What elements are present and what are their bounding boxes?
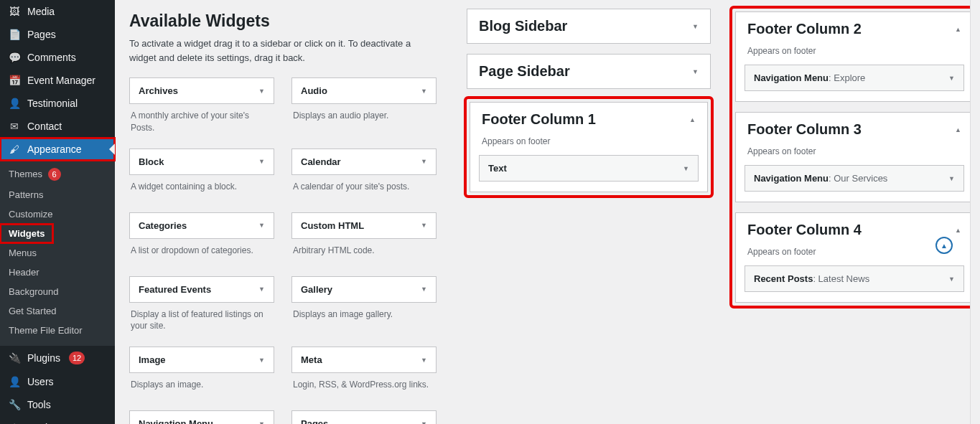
widget-name: Archives (139, 85, 178, 96)
menu-contact[interactable]: ✉ Contact (0, 115, 115, 138)
update-badge: 12 (69, 352, 85, 364)
widget-name: Audio (301, 85, 327, 96)
menu-label: Media (27, 6, 55, 17)
submenu-customize[interactable]: Customize (0, 204, 115, 224)
chevron-icon: ▼ (692, 68, 699, 75)
area-widgets: Navigation Menu: Our Services ▼ (736, 165, 970, 202)
widget-pages[interactable]: Pages ▼ (291, 410, 437, 424)
widget-block[interactable]: Block ▼ (129, 149, 274, 175)
chevron-icon: ▲ (955, 126, 961, 133)
chevron-down-icon: ▼ (948, 75, 955, 82)
scroll-top-button[interactable]: ▲ (935, 237, 953, 254)
menu-icon: 👤 (7, 376, 22, 387)
widget-categories[interactable]: Categories ▼ (129, 212, 274, 239)
admin-sidebar: 🖼 Media📄 Pages💬 Comments📅 Event Manager👤… (0, 0, 115, 424)
area-toggle[interactable]: Footer Column 4 ▲ (736, 213, 970, 247)
widget-name: Calendar (301, 156, 341, 167)
submenu-menus[interactable]: Menus (0, 243, 115, 263)
update-badge: 6 (48, 168, 61, 181)
menu-tools[interactable]: 🔧 Tools (0, 393, 115, 416)
widget-description: Display a list of featured listings on y… (129, 303, 274, 340)
scrollbar-gutter[interactable] (970, 0, 980, 424)
area-toggle[interactable]: Page Sidebar ▼ (467, 55, 710, 88)
chevron-down-icon: ▼ (258, 357, 265, 364)
widget-description: Displays an audio player. (291, 104, 437, 134)
chevron-down-icon: ▼ (421, 158, 427, 165)
submenu-themes[interactable]: Themes 6 (0, 164, 115, 185)
placed-widget[interactable]: Recent Posts: Latest News ▼ (745, 265, 964, 292)
widget-archives[interactable]: Archives ▼ (129, 77, 274, 104)
widget-name: Navigation Menu (139, 418, 213, 424)
placed-widget[interactable]: Navigation Menu: Our Services ▼ (745, 165, 964, 192)
widget-description: Arbitrary HTML code. (291, 239, 437, 269)
chevron-down-icon: ▼ (421, 420, 427, 424)
widget-audio[interactable]: Audio ▼ (291, 77, 437, 104)
chevron-icon: ▲ (689, 116, 696, 123)
menu-testimonial[interactable]: 👤 Testimonial (0, 92, 115, 115)
menu-label: Event Manager (27, 75, 95, 86)
placed-widget[interactable]: Navigation Menu: Explore ▼ (745, 65, 964, 91)
area-widgets: Navigation Menu: Explore ▼ (736, 65, 970, 101)
placed-widget-suffix: : Explore (829, 72, 865, 83)
area-widgets: Text ▼ (470, 155, 707, 192)
chevron-down-icon: ▼ (948, 275, 955, 283)
area-toggle[interactable]: Blog Sidebar ▼ (467, 9, 710, 43)
widget-area-footer-column-1: Footer Column 1 ▲ Appears on footer Text… (470, 102, 708, 192)
chevron-down-icon: ▼ (421, 222, 427, 229)
widget-meta[interactable]: Meta ▼ (291, 347, 437, 373)
submenu-patterns[interactable]: Patterns (0, 185, 115, 204)
submenu-background[interactable]: Background (0, 282, 115, 301)
menu-comments[interactable]: 💬 Comments (0, 46, 115, 69)
area-title: Footer Column 3 (747, 121, 862, 138)
widget-areas-right: Footer Column 2 ▲ Appears on footer Navi… (735, 11, 970, 303)
widget-image[interactable]: Image ▼ (129, 347, 274, 373)
placed-widget[interactable]: Text ▼ (479, 155, 699, 182)
widget-calendar[interactable]: Calendar ▼ (291, 149, 437, 175)
menu-label: Users (27, 376, 54, 387)
widget-name: Gallery (301, 284, 332, 295)
menu-icon: 🔌 (7, 352, 22, 364)
menu-settings[interactable]: ⚙ Settings (0, 416, 115, 424)
widget-custom-html[interactable]: Custom HTML ▼ (291, 212, 437, 239)
widget-gallery[interactable]: Gallery ▼ (291, 276, 437, 303)
menu-event-manager[interactable]: 📅 Event Manager (0, 69, 115, 92)
menu-label: Testimonial (27, 98, 78, 109)
placed-widget-suffix: : Our Services (829, 173, 887, 184)
menu-appearance[interactable]: 🖌 Appearance (0, 138, 115, 161)
menu-plugins[interactable]: 🔌 Plugins12 (0, 346, 115, 370)
area-toggle[interactable]: Footer Column 2 ▲ (736, 12, 970, 46)
chevron-down-icon: ▼ (258, 286, 265, 293)
chevron-down-icon: ▼ (421, 357, 427, 364)
chevron-icon: ▲ (955, 26, 961, 33)
menu-label: Plugins (27, 352, 60, 364)
menu-label: Pages (27, 29, 56, 40)
widget-name: Block (139, 156, 164, 167)
submenu-widgets[interactable]: Widgets (0, 224, 53, 243)
area-description: Appears on footer (736, 247, 970, 265)
widget-name: Categories (139, 220, 187, 231)
menu-media[interactable]: 🖼 Media (0, 0, 115, 23)
area-toggle[interactable]: Footer Column 1 ▲ (470, 103, 707, 136)
placed-widget-name: Navigation Menu (754, 173, 829, 184)
widget-name: Pages (301, 418, 328, 424)
submenu-header[interactable]: Header (0, 263, 115, 282)
widget-featured-events[interactable]: Featured Events ▼ (129, 276, 274, 303)
submenu-get-started[interactable]: Get Started (0, 301, 115, 321)
placed-widget-suffix: : Latest News (813, 273, 869, 284)
chevron-down-icon: ▼ (258, 88, 265, 95)
submenu-appearance: Themes 6PatternsCustomizeWidgetsMenusHea… (0, 161, 115, 346)
main-content: Available Widgets To activate a widget d… (115, 0, 970, 424)
widget-area-footer-column-2: Footer Column 2 ▲ Appears on footer Navi… (735, 11, 970, 102)
widget-navigation-menu[interactable]: Navigation Menu ▼ (129, 410, 274, 424)
menu-label: Contact (27, 121, 62, 132)
highlighted-right-column: Footer Column 2 ▲ Appears on footer Navi… (732, 9, 970, 306)
submenu-theme-file-editor[interactable]: Theme File Editor (0, 321, 115, 340)
menu-icon: 📄 (7, 29, 22, 40)
menu-pages[interactable]: 📄 Pages (0, 23, 115, 46)
area-toggle[interactable]: Footer Column 3 ▲ (736, 113, 970, 146)
widget-name: Meta (301, 354, 322, 365)
menu-users[interactable]: 👤 Users (0, 370, 115, 393)
widget-description: Displays an image gallery. (291, 303, 437, 333)
widget-areas-mid: Blog Sidebar ▼ Page Sidebar ▼ Footer Col… (467, 9, 711, 205)
chevron-down-icon: ▼ (258, 158, 265, 165)
